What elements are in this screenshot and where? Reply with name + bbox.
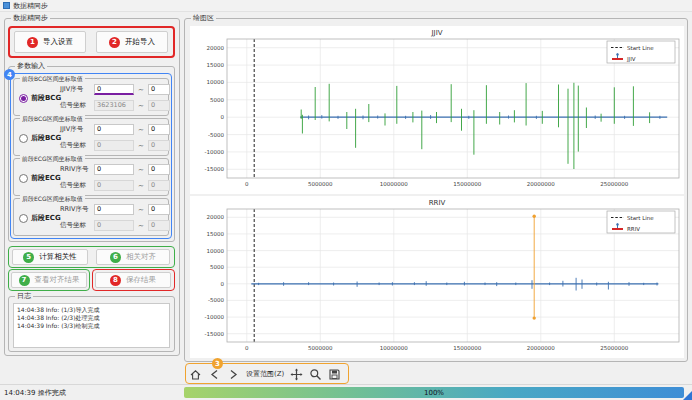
- radio-label: 后段BCG: [31, 133, 61, 143]
- param-field-end: 0: [148, 180, 170, 191]
- param-field-start[interactable]: 0: [94, 84, 134, 95]
- param-field-start: 3623106: [94, 100, 134, 111]
- pan-icon[interactable]: [290, 368, 303, 381]
- chart-jjiv[interactable]: 20000150001000050000-5000-10000-15000050…: [190, 26, 684, 194]
- param-label: RRIV序号: [60, 205, 92, 214]
- param-section-3: 前段ECG区间坐标取值前段ECGRRIV序号0~0信号坐标0~0: [13, 158, 169, 196]
- param-section-title: 前段BCG区间坐标取值: [20, 74, 85, 83]
- svg-text:20000000: 20000000: [527, 181, 555, 187]
- param-field-start[interactable]: 0: [94, 204, 134, 215]
- tilde-separator: ~: [136, 142, 146, 150]
- tilde-separator: ~: [136, 102, 146, 110]
- tilde-separator: ~: [136, 126, 146, 134]
- set-range-button[interactable]: 设置范围(Z): [246, 369, 284, 379]
- svg-text:25000000: 25000000: [600, 181, 628, 187]
- param-label: JJIV序号: [60, 125, 92, 134]
- import-button-2[interactable]: 2开始导入: [96, 31, 168, 53]
- radio-label: 前段ECG: [31, 173, 61, 183]
- svg-text:RRIV: RRIV: [429, 199, 446, 207]
- import-button-1[interactable]: 1导入设置: [14, 31, 86, 53]
- action-button-查看对齐结果[interactable]: 7查看对齐结果: [11, 272, 87, 288]
- param-label: JJIV序号: [60, 85, 92, 94]
- radio-后段ECG: 后段ECG: [19, 213, 61, 223]
- resize-grip[interactable]: [683, 391, 692, 400]
- svg-text:0: 0: [221, 114, 225, 120]
- param-field-end: 0: [148, 100, 170, 111]
- svg-text:20000: 20000: [207, 214, 225, 220]
- tilde-separator: ~: [136, 222, 146, 230]
- param-section-title: 前段ECG区间坐标取值: [20, 154, 85, 163]
- param-section-title: 后段BCG区间坐标取值: [20, 114, 85, 123]
- svg-text:5000000: 5000000: [308, 181, 333, 187]
- log-line: 14:04:38 Info: (1/3)导入完成: [17, 306, 166, 314]
- param-label: 信号坐标: [60, 181, 92, 190]
- svg-text:15000000: 15000000: [453, 345, 481, 351]
- radio-dot: [21, 96, 26, 101]
- radio-button[interactable]: [19, 214, 28, 223]
- svg-text:10000000: 10000000: [380, 345, 408, 351]
- svg-text:10000000: 10000000: [380, 181, 408, 187]
- zoom-icon[interactable]: [309, 368, 322, 381]
- progress-value: 100%: [424, 389, 444, 397]
- param-field-start[interactable]: 0: [94, 124, 134, 135]
- badge-5: 5: [23, 252, 34, 263]
- action-button-保存结果[interactable]: 8保存结果: [95, 272, 171, 288]
- radio-button[interactable]: [19, 134, 28, 143]
- svg-text:-15000: -15000: [205, 331, 225, 337]
- left-panel-group-label: 数据精同步: [11, 14, 50, 23]
- radio-button[interactable]: [19, 174, 28, 183]
- svg-text:15000: 15000: [207, 62, 225, 68]
- param-section-title: 后段ECG区间坐标取值: [20, 194, 85, 203]
- svg-text:Start Line: Start Line: [627, 45, 654, 51]
- rriv-plot-svg: 20000150001000050000-5000-10000-15000050…: [190, 196, 684, 358]
- forward-arrow-icon[interactable]: [227, 368, 240, 381]
- param-field-end: 0: [148, 220, 170, 231]
- param-field-end[interactable]: 0: [148, 204, 170, 215]
- param-field-start: 0: [94, 220, 134, 231]
- svg-text:20000000: 20000000: [527, 345, 555, 351]
- param-label: 信号坐标: [60, 141, 92, 150]
- svg-text:JJIV: JJIV: [626, 56, 636, 63]
- action-button-label: 保存结果: [126, 275, 156, 285]
- svg-text:0: 0: [245, 345, 249, 351]
- svg-text:5000: 5000: [210, 264, 224, 270]
- param-field-end[interactable]: 0: [148, 164, 170, 175]
- radio-label: 后段ECG: [31, 213, 61, 223]
- status-message: 14:04:39 操作完成: [4, 388, 66, 398]
- save-icon[interactable]: [328, 368, 341, 381]
- param-row: RRIV序号0~0: [60, 164, 170, 175]
- tilde-separator: ~: [136, 182, 146, 190]
- svg-text:10000: 10000: [207, 79, 225, 85]
- param-field-start[interactable]: 0: [94, 164, 134, 175]
- log-group: 日志 14:04:38 Info: (1/3)导入完成14:04:38 Info…: [8, 296, 175, 352]
- svg-text:-10000: -10000: [205, 149, 225, 155]
- param-row: RRIV序号0~0: [60, 204, 170, 215]
- param-field-end[interactable]: 0: [148, 124, 170, 135]
- badge-2: 2: [109, 37, 120, 48]
- plot-toolbar: 设置范围(Z): [189, 366, 341, 382]
- param-field-end[interactable]: 0: [148, 84, 170, 95]
- svg-text:15000000: 15000000: [453, 181, 481, 187]
- import-button-label: 导入设置: [43, 37, 73, 47]
- radio-前段ECG: 前段ECG: [19, 173, 61, 183]
- radio-后段BCG: 后段BCG: [19, 133, 61, 143]
- action-button-计算相关性[interactable]: 5计算相关性: [12, 249, 88, 265]
- back-arrow-icon[interactable]: [208, 368, 221, 381]
- chart-rriv[interactable]: 20000150001000050000-5000-10000-15000050…: [190, 196, 684, 358]
- svg-text:-15000: -15000: [205, 166, 225, 172]
- radio-button[interactable]: [19, 94, 28, 103]
- home-icon[interactable]: [189, 368, 202, 381]
- param-row: JJIV序号0~0: [60, 84, 170, 95]
- params-group-label: 参数输入: [15, 62, 47, 71]
- tilde-separator: ~: [136, 86, 146, 94]
- app-window: { "window": { "title": "数据精同步" }, "annot…: [0, 0, 692, 400]
- param-section-1: 前段BCG区间坐标取值前段BCGJJIV序号0~0信号坐标3623106~0: [13, 78, 169, 116]
- param-label: 信号坐标: [60, 101, 92, 110]
- param-section-4: 后段ECG区间坐标取值后段ECGRRIV序号0~0信号坐标0~0: [13, 198, 169, 236]
- import-button-label: 开始导入: [125, 37, 155, 47]
- action-button-相关对齐[interactable]: 6相关对齐: [96, 249, 170, 265]
- window-title: 数据精同步: [13, 1, 48, 11]
- param-row: JJIV序号0~0: [60, 124, 170, 135]
- svg-text:Start Line: Start Line: [627, 215, 654, 221]
- action-button-label: 相关对齐: [126, 252, 156, 262]
